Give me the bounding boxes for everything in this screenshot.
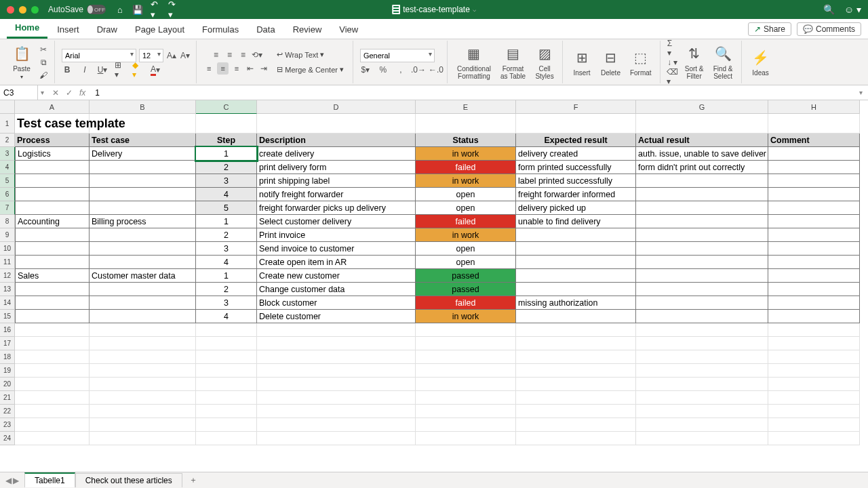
cell-C13[interactable]: 2 [196,283,257,296]
cell-E9[interactable]: in work [416,228,516,242]
comments-button[interactable]: 💬Comments [797,22,861,36]
decrease-indent-icon[interactable]: ⇤ [245,63,256,74]
cell-B4[interactable] [90,161,196,174]
copy-icon[interactable]: ⧉ [38,57,49,68]
cell-B18[interactable] [90,350,196,364]
italic-button[interactable]: I [79,64,90,75]
tab-data[interactable]: Data [248,20,283,39]
align-top-icon[interactable]: ≡ [211,49,222,60]
cell-G5[interactable] [636,174,768,188]
cell-C15[interactable]: 4 [196,310,257,323]
row-header-7[interactable]: 7 [0,201,15,215]
cell-A7[interactable] [15,201,90,215]
chevron-down-icon[interactable]: ⌵ [473,6,476,13]
cell-F23[interactable] [516,418,636,432]
cell-A4[interactable] [15,161,90,174]
tab-draw[interactable]: Draw [89,20,125,39]
cell-A10[interactable] [15,242,90,256]
tab-review[interactable]: Review [285,20,330,39]
cell-H20[interactable] [768,378,860,391]
cell-H24[interactable] [768,432,860,445]
column-header-B[interactable]: B [90,100,196,114]
cell-D3[interactable]: create delivery [257,147,416,161]
cell-E22[interactable] [416,405,516,418]
number-format-select[interactable] [360,49,435,62]
cell-F13[interactable] [516,283,636,296]
cell-H22[interactable] [768,405,860,418]
column-header-F[interactable]: F [516,100,636,114]
cell-A22[interactable] [15,405,90,418]
sheet-prev-icon[interactable]: ◀ [5,476,12,485]
row-header-2[interactable]: 2 [0,134,15,147]
cell-A13[interactable] [15,283,90,296]
cell-B15[interactable] [90,310,196,323]
underline-button[interactable]: U ▾ [97,64,108,75]
format-cells-button[interactable]: ⬚Format [627,47,654,78]
cell-B6[interactable] [90,188,196,201]
cell-C21[interactable] [196,391,257,405]
column-header-E[interactable]: E [416,100,516,114]
cell-F7[interactable]: delivery picked up [516,201,636,215]
column-header-D[interactable]: D [257,100,416,114]
cell-C5[interactable]: 3 [196,174,257,188]
cell-F11[interactable] [516,256,636,269]
page-title-cell[interactable]: Test case template [15,114,90,134]
row-header-11[interactable]: 11 [0,256,15,269]
cell-B21[interactable] [90,391,196,405]
row-header-5[interactable]: 5 [0,174,15,188]
cell-C19[interactable] [196,364,257,378]
cell-B9[interactable] [90,228,196,242]
cell-H11[interactable] [768,256,860,269]
cell-F19[interactable] [516,364,636,378]
row-header-13[interactable]: 13 [0,283,15,296]
decrease-font-icon[interactable]: A▾ [180,50,191,61]
fill-icon[interactable]: ↓ ▾ [667,57,678,68]
cell-E14[interactable]: failed [416,296,516,310]
cell-B22[interactable] [90,405,196,418]
cell-H5[interactable] [768,174,860,188]
cell-H23[interactable] [768,418,860,432]
ideas-button[interactable]: ⚡Ideas [749,47,773,78]
row-header-19[interactable]: 19 [0,364,15,378]
cell-B20[interactable] [90,378,196,391]
cell-C8[interactable]: 1 [196,215,257,228]
row-header-15[interactable]: 15 [0,310,15,323]
cell-D12[interactable]: Create new customer [257,269,416,283]
cell-C23[interactable] [196,418,257,432]
cell-H10[interactable] [768,242,860,256]
increase-font-icon[interactable]: A▴ [166,50,177,61]
cell-B7[interactable] [90,201,196,215]
cell-C9[interactable]: 2 [196,228,257,242]
share-button[interactable]: ↗Share [748,22,791,36]
account-icon[interactable]: ☺ ▾ [844,4,861,15]
cell-B14[interactable] [90,296,196,310]
cell-H15[interactable] [768,310,860,323]
name-box[interactable]: C3 [0,85,38,100]
cell-D1[interactable] [257,114,416,134]
percent-icon[interactable]: % [378,64,389,75]
cell-F15[interactable] [516,310,636,323]
cell-D15[interactable]: Delete customer [257,310,416,323]
clear-icon[interactable]: ⌫ ▾ [667,71,678,82]
cell-D7[interactable]: freight forwarder picks up delivery [257,201,416,215]
cell-C7[interactable]: 5 [196,201,257,215]
formula-input[interactable]: 1 [91,88,854,98]
cell-E23[interactable] [416,418,516,432]
column-label-process[interactable]: Process [15,134,90,147]
cell-G15[interactable] [636,310,768,323]
cell-A5[interactable] [15,174,90,188]
cell-C4[interactable]: 2 [196,161,257,174]
cell-G16[interactable] [636,323,768,337]
cell-C17[interactable] [196,337,257,350]
column-label-description[interactable]: Description [257,134,416,147]
delete-cells-button[interactable]: ⊟Delete [598,47,623,78]
row-header-6[interactable]: 6 [0,188,15,201]
cell-E10[interactable]: open [416,242,516,256]
column-label-actual-result[interactable]: Actual result [636,134,768,147]
redo-icon[interactable]: ↷ ▾ [168,5,178,14]
tab-insert[interactable]: Insert [49,20,87,39]
cell-F6[interactable]: freight forwarder informed [516,188,636,201]
cell-C22[interactable] [196,405,257,418]
cell-F22[interactable] [516,405,636,418]
cell-C16[interactable] [196,323,257,337]
